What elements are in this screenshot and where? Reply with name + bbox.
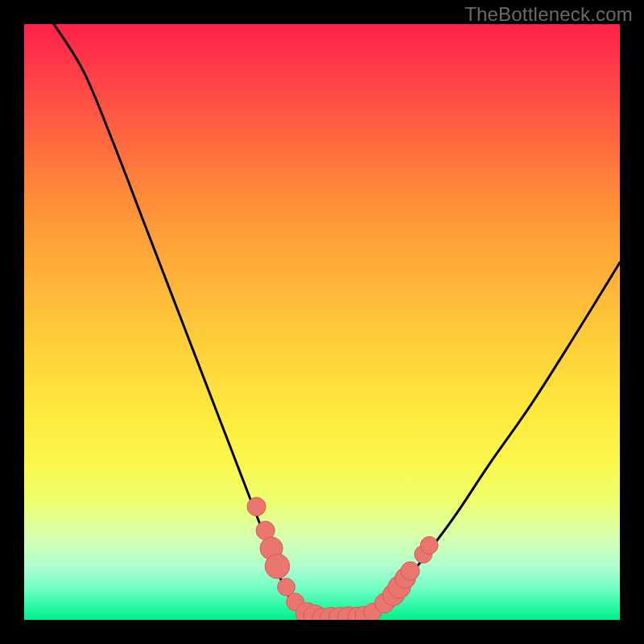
marker-dot bbox=[420, 537, 438, 555]
right-branch-curve bbox=[376, 262, 620, 614]
chart-frame: TheBottleneck.com bbox=[0, 0, 644, 644]
curve-layer bbox=[24, 24, 620, 620]
gradient-plot-area bbox=[24, 24, 620, 620]
marker-dot bbox=[401, 562, 419, 580]
marker-dot bbox=[265, 554, 290, 579]
marker-dot bbox=[247, 497, 266, 516]
watermark-label: TheBottleneck.com bbox=[464, 3, 633, 26]
marker-dots-group bbox=[247, 497, 438, 620]
